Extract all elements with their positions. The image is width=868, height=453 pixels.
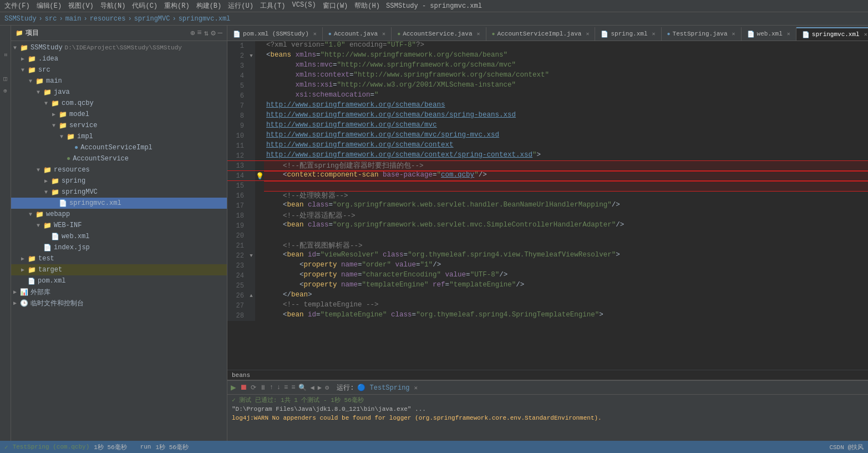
fold-gutter	[247, 101, 255, 111]
tree-item-main[interactable]: ▼ 📁 main	[11, 76, 227, 87]
tree-item-spring[interactable]: ▶ 📁 spring	[11, 175, 227, 187]
menu-build[interactable]: 构建(B)	[196, 1, 222, 11]
tree-item-target[interactable]: ▶ 📁 target	[11, 264, 227, 275]
run-prev-btn[interactable]: ◀	[310, 384, 314, 392]
tree-item-springmvcxml[interactable]: 📄 springmvc.xml	[11, 198, 227, 209]
run-wrap-btn[interactable]: ≡	[284, 384, 288, 391]
menu-view[interactable]: 视图(V)	[68, 1, 94, 11]
line-number: 25	[227, 281, 247, 291]
code-editor[interactable]: 1 <?xml version="1.0" encoding="UTF-8"?>…	[227, 41, 868, 370]
fold-gutter[interactable]: ▼	[247, 251, 255, 261]
tab-close[interactable]: ✕	[313, 31, 317, 37]
tab-close[interactable]: ✕	[586, 31, 589, 37]
tree-item-test[interactable]: ▶ 📁 test	[11, 253, 227, 264]
tab-accountserviceimpl[interactable]: ● AccountServiceImpl.java ✕	[486, 27, 596, 41]
menu-help[interactable]: 帮助(H)	[354, 1, 380, 11]
sidebar-icon-3[interactable]: ⊕	[1, 85, 11, 95]
tab-springxml[interactable]: 📄 spring.xml ✕	[595, 27, 661, 41]
tree-item-resources[interactable]: ▼ 📁 resources	[11, 164, 227, 175]
menu-bar[interactable]: 文件(F) 编辑(E) 视图(V) 导航(N) 代码(C) 重构(R) 构建(B…	[4, 1, 380, 11]
line-number: 2	[227, 51, 247, 61]
breadcrumb-file[interactable]: springmvc.xml	[179, 15, 231, 23]
fold-gutter	[247, 141, 255, 151]
menu-tools[interactable]: 工具(T)	[260, 1, 286, 11]
line-text: xmlns:xsi="http://www.w3.org/2001/XMLSch…	[264, 81, 868, 91]
breadcrumb-item[interactable]: springMVC	[134, 15, 170, 23]
tab-close[interactable]: ✕	[864, 31, 867, 38]
breadcrumb-item[interactable]: resources	[90, 15, 126, 23]
menu-vcs[interactable]: VCS(S)	[292, 1, 316, 11]
warn-gutter[interactable]: 💡	[255, 171, 264, 181]
tab-accountservice[interactable]: ● AccountService.java ✕	[392, 27, 486, 41]
run-settings-btn[interactable]: ⚙	[325, 384, 329, 392]
tab-close[interactable]: ✕	[787, 31, 790, 37]
line-text: xsi:schemaLocation="	[264, 91, 868, 101]
warn-gutter	[255, 101, 264, 111]
tree-item-extlibs[interactable]: ▶ 📊 外部库	[11, 286, 227, 298]
breadcrumb-item[interactable]: src	[45, 15, 57, 23]
line-text: <beans xmlns="http://www.springframework…	[264, 51, 868, 61]
tree-item-indexjsp[interactable]: 📄 index.jsp	[11, 242, 227, 253]
menu-refactor[interactable]: 重构(R)	[164, 1, 190, 11]
tab-webxml[interactable]: 📄 web.xml ✕	[742, 27, 796, 41]
run-stop-btn[interactable]: ⏹	[240, 383, 247, 392]
tree-item-comqcby[interactable]: ▼ 📁 com.qcby	[11, 98, 227, 109]
run-tab-close[interactable]: ✕	[414, 384, 418, 391]
run-pause-btn[interactable]: ⏸	[260, 384, 266, 392]
tree-item-src[interactable]: ▼ 📁 src	[11, 64, 227, 76]
tab-pomxml[interactable]: 📄 pom.xml (SSMStudy) ✕	[227, 27, 323, 41]
sidebar-icon-2[interactable]: ◫	[1, 73, 11, 83]
run-down-btn[interactable]: ↓	[277, 384, 281, 391]
tree-item-idea[interactable]: ▶ 📁 .idea	[11, 53, 227, 64]
menu-file[interactable]: 文件(F)	[4, 1, 30, 11]
tree-item-service[interactable]: ▼ 📁 service	[11, 120, 227, 131]
menu-window[interactable]: 窗口(W)	[323, 1, 348, 11]
sidebar-icon-1[interactable]: ≡	[1, 50, 11, 60]
tab-close[interactable]: ✕	[477, 31, 480, 37]
toolbar-sort[interactable]: ⇅	[204, 28, 209, 38]
tree-item-ssmstudy[interactable]: ▼ 📁 SSMStudy D:\IDEAproject\SSMStudy\SSM…	[11, 42, 227, 53]
tree-item-accountservice[interactable]: ● AccountService	[11, 153, 227, 164]
tab-testspring[interactable]: ● TestSpring.java ✕	[662, 27, 742, 41]
run-play-btn[interactable]: ▶	[231, 382, 236, 393]
fold-gutter	[247, 41, 255, 51]
tree-item-scratch[interactable]: ▶ 🕒 临时文件和控制台	[11, 298, 227, 309]
breadcrumb-item[interactable]: SSMStudy	[4, 15, 37, 23]
tab-label: Account.java	[334, 31, 378, 37]
menu-navigate[interactable]: 导航(N)	[100, 1, 126, 11]
line-text: <!--配置视图解析器-->	[264, 241, 868, 251]
toolbar-collapse[interactable]: —	[218, 28, 222, 38]
tree-label: spring	[62, 177, 85, 185]
menu-edit[interactable]: 编辑(E)	[37, 1, 62, 11]
tab-accountjava[interactable]: ● Account.java ✕	[323, 27, 392, 41]
toolbar-list[interactable]: ≡	[197, 28, 201, 38]
tree-item-java[interactable]: ▼ 📁 java	[11, 87, 227, 98]
run-rerun-btn[interactable]: ⟳	[251, 384, 256, 392]
run-up-btn[interactable]: ↑	[270, 384, 273, 391]
tree-item-accountserviceimpl[interactable]: ● AccountServiceImpl	[11, 142, 227, 153]
tree-item-webinf[interactable]: ▼ 📁 WEB-INF	[11, 220, 227, 231]
run-filter-btn[interactable]: ≡	[291, 384, 295, 391]
tree-item-impl[interactable]: ▼ 📁 impl	[11, 131, 227, 142]
menu-run[interactable]: 运行(U)	[228, 1, 253, 11]
fold-gutter[interactable]: ▼	[247, 51, 255, 61]
run-next-btn[interactable]: ▶	[318, 384, 322, 392]
tab-close[interactable]: ✕	[652, 31, 655, 37]
tree-item-pomxml[interactable]: 📄 pom.xml	[11, 275, 227, 286]
toolbar-settings[interactable]: ⚙	[211, 28, 215, 38]
run-search-btn[interactable]: 🔍	[298, 384, 307, 392]
tree-item-springmvc[interactable]: ▼ 📁 springMVC	[11, 187, 227, 198]
breadcrumb-bar: SSMStudy › src › main › resources › spri…	[0, 12, 868, 26]
tree-item-webapp[interactable]: ▼ 📁 webapp	[11, 209, 227, 220]
tab-close[interactable]: ✕	[382, 31, 385, 37]
tab-close[interactable]: ✕	[732, 31, 735, 37]
breadcrumb-item[interactable]: main	[65, 15, 82, 23]
menu-code[interactable]: 代码(C)	[132, 1, 158, 11]
panel-icon: 📁	[16, 29, 23, 37]
tree-item-webxml[interactable]: 📄 web.xml	[11, 231, 227, 242]
tab-springmvcxml[interactable]: 📄 springmvc.xml ✕	[796, 27, 868, 41]
status-left: ✓ TestSpring (com.qcby) 1秒 56毫秒 run 1秒 5…	[4, 443, 829, 451]
toolbar-add[interactable]: ⊕	[190, 28, 195, 38]
fold-gutter[interactable]: ▲	[247, 291, 255, 301]
tree-item-model[interactable]: ▶ 📁 model	[11, 109, 227, 120]
